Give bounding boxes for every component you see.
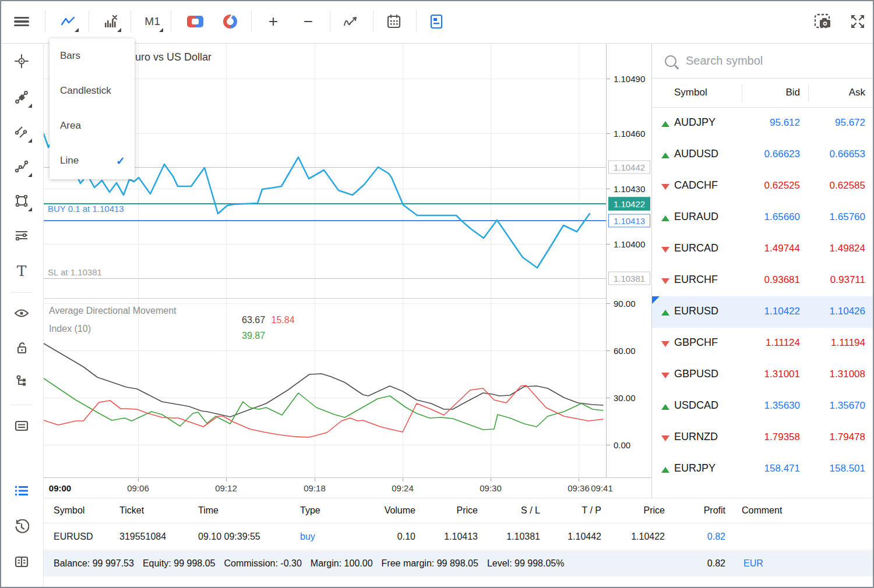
- one-click-trading-button[interactable]: [182, 9, 208, 34]
- indicator-values-row2: 39.87: [242, 331, 265, 341]
- price-label-1.10400: 1.10400: [614, 239, 645, 249]
- time-label-09:06: 09:06: [127, 483, 149, 493]
- fibonacci-tool-button[interactable]: [9, 223, 34, 249]
- up-triangle-icon: [661, 215, 669, 221]
- up-triangle-icon: [661, 310, 669, 316]
- price-label-1.10460: 1.10460: [614, 129, 645, 139]
- market-watch-row-euraud[interactable]: EURAUD1.656601.65760: [652, 202, 874, 233]
- market-watch-row-eurjpy[interactable]: EURJPY158.471158.501: [652, 454, 874, 485]
- menu-item-bars[interactable]: Bars: [50, 38, 135, 73]
- market-report-button[interactable]: [424, 9, 449, 34]
- market-watch-row-eurcad[interactable]: EURCAD1.497441.49824: [652, 233, 874, 265]
- symbol-name: EURJPY: [674, 462, 716, 474]
- account-currency: EUR: [743, 558, 763, 569]
- column-ask[interactable]: Ask: [802, 87, 865, 98]
- column-symbol[interactable]: Symbol: [674, 87, 707, 98]
- bid-price: 1.31001: [734, 369, 800, 380]
- menu-item-line[interactable]: Line✓: [50, 143, 135, 178]
- indicator-scale-60.00: 60.00: [614, 346, 636, 356]
- indicator-scale-0.00: 0.00: [614, 440, 630, 450]
- line-chart-icon: [61, 16, 75, 27]
- polyline-tool-button[interactable]: [9, 154, 34, 179]
- crosshair-tool-button[interactable]: [9, 48, 34, 74]
- lock-objects-button[interactable]: [9, 335, 34, 361]
- market-watch-row-audjpy[interactable]: AUDJPY95.61295.672: [652, 108, 874, 139]
- screenshot-button[interactable]: [810, 9, 836, 34]
- search-symbol-input[interactable]: [686, 54, 831, 68]
- market-watch-row-eurusd[interactable]: EURUSD1.104221.10426: [652, 296, 874, 328]
- main-menu-button[interactable]: [9, 9, 34, 34]
- calendar-button[interactable]: [381, 9, 407, 34]
- column-bid[interactable]: Bid: [734, 87, 800, 98]
- unlock-icon: [15, 341, 29, 355]
- price-label-1.10490: 1.10490: [614, 74, 645, 84]
- indicator-line-+di: [44, 378, 603, 430]
- stop-loss-label[interactable]: SL at 1.10381: [48, 267, 102, 277]
- object-list-button[interactable]: [9, 369, 34, 394]
- hamburger-icon: [14, 15, 29, 28]
- symbol-name: EURCAD: [674, 242, 718, 254]
- cell-symbol: EURUSD: [54, 532, 93, 542]
- account-margin: Margin: 100.00: [311, 558, 373, 569]
- fullscreen-icon: [850, 13, 866, 30]
- menu-item-candlestick[interactable]: Candlestick: [50, 73, 135, 108]
- fullscreen-button[interactable]: [845, 9, 871, 34]
- market-watch-row-eurchf[interactable]: EURCHF0.936810.93711: [652, 265, 874, 296]
- chart-area[interactable]: uro vs US Dollar BUY 0.1 at 1.10413 SL a…: [44, 44, 651, 498]
- bars-remove-icon: [103, 15, 118, 29]
- measure-tool-button[interactable]: [9, 84, 34, 110]
- price-axis[interactable]: 1.104901.104601.104421.104301.104221.104…: [606, 44, 651, 477]
- journal-book-icon: [14, 555, 29, 568]
- column-comment[interactable]: Comment: [742, 505, 782, 516]
- buy-order-label[interactable]: BUY 0.1 at 1.10413: [48, 204, 124, 214]
- time-axis[interactable]: 09:0009:0609:1209:1809:2409:3009:3609:41: [44, 477, 651, 498]
- market-watch-row-gbpusd[interactable]: GBPUSD1.310011.31008: [652, 359, 874, 391]
- symbol-name: AUDJPY: [674, 116, 716, 129]
- zoom-in-button[interactable]: +: [260, 9, 286, 34]
- column-ticket[interactable]: Ticket: [119, 505, 144, 516]
- zoom-out-button[interactable]: −: [295, 9, 321, 34]
- down-triangle-icon: [661, 373, 669, 378]
- time-label-09:18: 09:18: [304, 483, 326, 493]
- ask-price: 1.65760: [802, 211, 865, 223]
- ask-price: 1.79478: [802, 431, 865, 443]
- top-toolbar: M1 + −: [0, 0, 874, 44]
- symbol-search[interactable]: [652, 44, 874, 79]
- bid-price: 1.49744: [734, 243, 800, 254]
- trade-tab-button[interactable]: [9, 478, 34, 504]
- column-type[interactable]: Type: [300, 505, 320, 516]
- column-time[interactable]: Time: [198, 505, 218, 516]
- timeframe-button[interactable]: M1: [140, 9, 165, 34]
- ask-price: 158.501: [802, 463, 865, 474]
- show-objects-button[interactable]: [9, 300, 34, 326]
- print-button[interactable]: [9, 413, 34, 438]
- market-watch-row-eurnzd[interactable]: EURNZD1.793581.79478: [652, 422, 874, 454]
- column-profit[interactable]: Profit: [650, 505, 725, 516]
- menu-item-area[interactable]: Area: [50, 108, 135, 143]
- market-watch-row-gbpchf[interactable]: GBPCHF1.111241.11194: [652, 328, 874, 359]
- channel-tool-button[interactable]: [9, 119, 34, 145]
- down-triangle-icon: [661, 341, 669, 347]
- down-triangle-icon: [661, 184, 669, 190]
- market-watch-row-usdcad[interactable]: USDCAD1.356301.35670: [652, 391, 874, 422]
- bid-price: 95.612: [734, 117, 800, 129]
- journal-tab-button[interactable]: [9, 549, 34, 575]
- trade-summary-button[interactable]: [217, 9, 243, 34]
- price-label-1.10381: 1.10381: [608, 272, 650, 285]
- indicator-windows-button[interactable]: [98, 9, 124, 34]
- trade-table-row[interactable]: EURUSD31955108409.10 09:39:55buy0.101.10…: [44, 523, 874, 550]
- market-watch-row-cadchf[interactable]: CADCHF0.625250.62585: [652, 171, 874, 202]
- time-label-09:30: 09:30: [480, 483, 502, 493]
- text-tool-button[interactable]: T: [9, 258, 34, 284]
- screenshot-icon: [814, 13, 831, 30]
- symbol-name: AUDUSD: [674, 148, 718, 160]
- add-indicator-button[interactable]: [338, 9, 364, 34]
- column-symbol[interactable]: Symbol: [54, 505, 84, 516]
- account-equity: Equity: 99 998.05: [143, 558, 216, 569]
- up-triangle-icon: [661, 121, 669, 127]
- history-tab-button[interactable]: [9, 514, 34, 540]
- chart-type-button[interactable]: [55, 9, 81, 34]
- market-watch-row-audusd[interactable]: AUDUSD0.666230.66653: [652, 139, 874, 171]
- shapes-tool-button[interactable]: [9, 188, 34, 214]
- indicator-scale-90.00: 90.00: [614, 299, 636, 309]
